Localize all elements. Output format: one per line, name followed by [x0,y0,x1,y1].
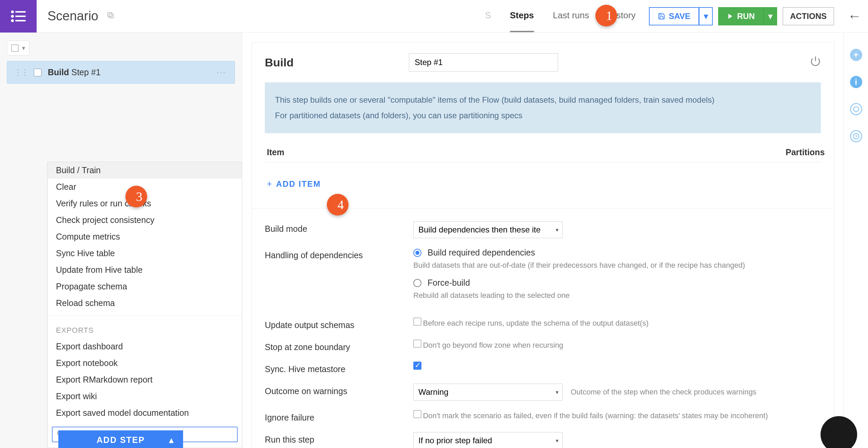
back-arrow-icon[interactable]: ← [844,8,868,24]
menu-item-export-rmd[interactable]: Export RMarkdown report [48,371,242,388]
dep-option-force[interactable]: Force-build [413,278,745,288]
ignore-failure-checkbox[interactable] [413,410,421,418]
tab-last-runs[interactable]: Last runs [553,0,589,32]
step-label: Build Step #1 [48,67,101,77]
step-select-all[interactable]: ▾ [7,41,29,56]
build-mode-select[interactable] [413,221,563,238]
run-step-select[interactable] [413,432,563,448]
info-text-2: For partitioned datasets (and folders), … [275,109,811,122]
menu-item-metrics[interactable]: Compute metrics [48,228,242,245]
col-partitions-header: Partitions [786,147,825,157]
info-text-1: This step builds one or several "computa… [275,94,811,106]
sync-hive-checkbox[interactable] [413,362,421,370]
caret-up-icon: ▴ [169,435,174,445]
step-item[interactable]: ⋮⋮ Build Step #1 ⋯ [7,61,235,84]
run-label: RUN [737,12,755,21]
menu-item-export-model-doc[interactable]: Export saved model documentation [48,405,242,421]
more-icon[interactable]: ⋯ [216,67,226,78]
save-button[interactable]: SAVE [649,7,699,25]
stop-zone-label: Stop at zone boundary [265,340,407,352]
svg-point-4 [12,20,13,21]
step-title: Build [265,56,294,69]
dependencies-label: Handling of dependencies [265,248,407,260]
menu-item-clear[interactable]: Clear [48,179,242,195]
svg-point-2 [12,15,13,17]
dep-hint-2: Rebuild all datasets leading to the sele… [413,291,745,300]
menu-item-propagate[interactable]: Propagate schema [48,278,242,295]
svg-point-12 [853,107,859,112]
update-schema-checkbox[interactable] [413,318,421,326]
dep-option-force-label: Force-build [428,278,470,288]
step-name-input[interactable] [409,53,558,72]
drag-handle-icon[interactable]: ⋮⋮ [14,68,27,77]
menu-item-export-wiki[interactable]: Export wiki [48,388,242,405]
tab-history[interactable]: History [608,0,636,32]
right-rail: + i [844,33,868,448]
menu-item-verify[interactable]: Verify rules or run checks [48,195,242,212]
dep-hint-1: Build datasets that are out-of-date (if … [413,261,745,270]
outcome-select[interactable] [413,384,563,401]
add-step-button[interactable]: ADD STEP ▴ [58,430,183,448]
step-checkbox[interactable] [34,68,42,77]
steps-sidebar: ▾ ⋮⋮ Build Step #1 ⋯ Build / Train Clear… [0,33,242,448]
add-step-label: ADD STEP [97,435,145,445]
svg-point-0 [12,11,13,12]
col-item-header: Item [267,147,786,157]
svg-marker-8 [728,14,732,19]
add-item-button[interactable]: + ADD ITEM [267,179,321,189]
caret-down-icon: ▾ [22,44,25,52]
dep-option-required[interactable]: Build required dependencies [413,248,745,258]
menu-item-export-dashboard[interactable]: Export dashboard [48,338,242,355]
menu-section-exports: EXPORTS [48,320,242,338]
stop-zone-hint: Don't go beyond flow zone when recursing [423,341,563,349]
menu-item-export-notebook[interactable]: Export notebook [48,355,242,371]
sync-hive-label: Sync. Hive metastore [265,362,407,374]
build-mode-label: Build mode [265,221,407,234]
save-label: SAVE [669,12,690,21]
rail-add-icon[interactable]: + [850,49,862,61]
rail-info-icon[interactable]: i [850,76,862,88]
svg-rect-7 [108,13,112,17]
update-schema-label: Update output schemas [265,318,407,330]
menu-item-sync-hive[interactable]: Sync Hive table [48,245,242,262]
tabs: S Steps Last runs History [485,0,635,32]
outcome-hint: Outcome of the step when the check produ… [571,388,756,396]
ignore-failure-label: Ignore failure [265,410,407,423]
dep-option-required-label: Build required dependencies [428,248,535,258]
rail-loop-icon[interactable] [850,103,862,115]
main-menu-button[interactable] [0,0,37,33]
radio-icon [413,249,421,257]
power-icon[interactable] [810,56,821,69]
menu-item-reload[interactable]: Reload schema [48,295,242,311]
svg-rect-6 [109,14,113,18]
radio-icon [413,279,421,287]
add-step-menu: Build / Train Clear Verify rules or run … [47,162,242,448]
checkbox-icon [11,44,19,52]
add-item-label: ADD ITEM [276,179,321,189]
menu-item-consistency[interactable]: Check project consistency [48,212,242,228]
ignore-failure-hint: Don't mark the scenario as failed, even … [423,411,768,420]
copy-icon[interactable] [106,11,115,22]
tab-steps[interactable]: Steps [510,0,534,32]
run-step-label: Run this step [265,432,407,445]
info-box: This step builds one or several "computa… [265,82,821,133]
rail-clock-icon[interactable] [850,130,862,142]
stop-zone-checkbox[interactable] [413,340,421,348]
main-content: Build This step builds one or several "c… [242,33,844,448]
run-dropdown[interactable]: ▾ [764,7,777,25]
page-title: Scenario [47,9,98,23]
run-button[interactable]: RUN [718,7,764,25]
menu-item-build-train[interactable]: Build / Train [48,162,242,179]
menu-item-update-hive[interactable]: Update from Hive table [48,262,242,278]
tab-settings-hidden[interactable]: S [485,0,491,32]
outcome-label: Outcome on warnings [265,384,407,396]
actions-button[interactable]: ACTIONS [783,7,834,25]
save-dropdown[interactable]: ▾ [699,7,713,25]
plus-icon: + [267,179,273,189]
update-schema-hint: Before each recipe runs, update the sche… [423,319,648,327]
